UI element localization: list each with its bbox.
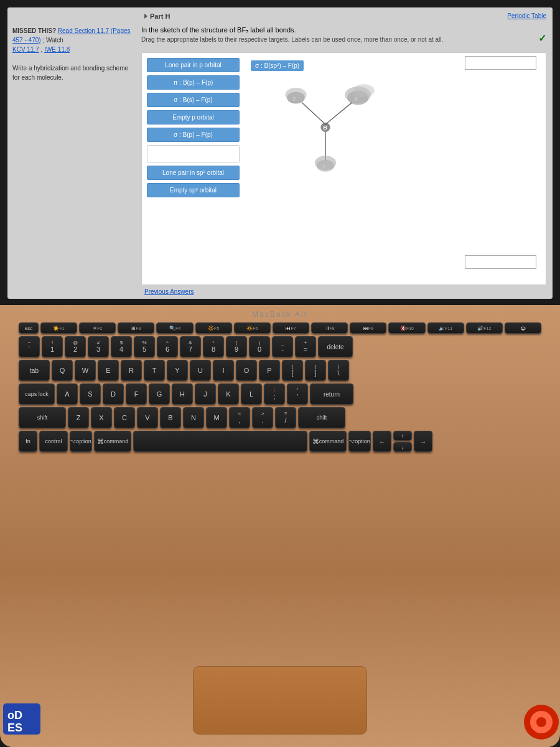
z-key[interactable]: Z <box>68 407 89 428</box>
tab-key[interactable]: tab <box>19 360 50 381</box>
label-empty-slot <box>147 145 240 162</box>
down-arrow-key[interactable]: ↓ <box>393 442 412 452</box>
drag-drop-area: Lone pair in p orbital π : B(p) – F(p) σ… <box>141 52 546 285</box>
b-key[interactable]: B <box>160 407 181 428</box>
up-arrow-key[interactable]: ↑ <box>393 431 412 441</box>
right-arrow-key[interactable]: → <box>414 431 432 452</box>
left-command-key[interactable]: ⌘command <box>94 431 131 452</box>
part-h-label: Part H <box>150 12 170 20</box>
f1-key[interactable]: ☀️F1 <box>40 322 77 334</box>
f7-key[interactable]: ⏮F7 <box>273 322 309 334</box>
right-command-key[interactable]: ⌘command <box>309 431 347 452</box>
minus-key[interactable]: _- <box>272 336 293 357</box>
f5-key[interactable]: 🔆F5 <box>195 322 232 334</box>
f10-key[interactable]: 🔇F10 <box>388 322 425 334</box>
k-key[interactable]: K <box>218 383 239 405</box>
n-key[interactable]: N <box>183 407 204 428</box>
1-key[interactable]: !1 <box>42 336 63 357</box>
f11-key[interactable]: 🔉F11 <box>427 322 464 334</box>
x-key[interactable]: X <box>91 407 112 428</box>
period-key[interactable]: >. <box>252 407 273 428</box>
label-sigma-bs-fp[interactable]: σ : B(s) – F(p) <box>147 93 240 107</box>
f-key[interactable]: F <box>126 383 147 405</box>
f6-key[interactable]: 🔆F6 <box>234 322 271 334</box>
4-key[interactable]: $4 <box>111 336 132 357</box>
left-arrow-key[interactable]: ← <box>373 431 391 452</box>
f8-key[interactable]: ⏸F8 <box>311 322 348 334</box>
part-h-triangle <box>144 14 147 19</box>
3-key[interactable]: #3 <box>88 336 109 357</box>
u-key[interactable]: U <box>190 360 211 381</box>
comma-key[interactable]: <, <box>229 407 250 428</box>
f4-key[interactable]: 🔍F4 <box>156 322 193 334</box>
backslash-key[interactable]: |\ <box>328 360 349 381</box>
h-key[interactable]: H <box>172 383 193 405</box>
j-key[interactable]: J <box>195 383 216 405</box>
slash-key[interactable]: ?/ <box>275 407 296 428</box>
6-key[interactable]: ^6 <box>157 336 178 357</box>
m-key[interactable]: M <box>206 407 227 428</box>
v-key[interactable]: V <box>137 407 158 428</box>
label-sigma-bp-fp[interactable]: σ : B(p) – F(p) <box>147 128 240 142</box>
a-key[interactable]: A <box>57 383 78 405</box>
space-key[interactable] <box>133 431 307 452</box>
o-key[interactable]: O <box>236 360 257 381</box>
8-key[interactable]: *8 <box>203 336 224 357</box>
caps-lock-key[interactable]: caps lock <box>19 383 55 405</box>
d-key[interactable]: D <box>103 383 124 405</box>
up-down-arrows: ↑ ↓ <box>393 431 412 452</box>
delete-key[interactable]: delete <box>318 336 353 357</box>
left-option-key[interactable]: ⌥option <box>70 431 92 452</box>
left-shift-key[interactable]: shift <box>19 407 66 428</box>
return-key[interactable]: return <box>310 383 353 405</box>
2-key[interactable]: @2 <box>65 336 86 357</box>
bracket-open-key[interactable]: {[ <box>282 360 303 381</box>
periodic-table-link[interactable]: Periodic Table <box>507 12 546 19</box>
l-key[interactable]: L <box>241 383 262 405</box>
y-key[interactable]: Y <box>167 360 188 381</box>
s-key[interactable]: S <box>80 383 101 405</box>
f2-key[interactable]: ☀F2 <box>79 322 116 334</box>
label-lone-pair-sp2[interactable]: Lone pair in sp² orbital <box>147 166 240 180</box>
equals-key[interactable]: += <box>295 336 316 357</box>
read-section[interactable]: Read Section 11.7 <box>58 27 109 34</box>
i-key[interactable]: I <box>213 360 234 381</box>
f9-key[interactable]: ⏭F9 <box>350 322 386 334</box>
p-key[interactable]: P <box>259 360 280 381</box>
label-lone-pair-p[interactable]: Lone pair in p orbital <box>147 58 240 72</box>
backtick-key[interactable]: ~` <box>19 336 40 357</box>
9-key[interactable]: (9 <box>226 336 247 357</box>
control-key[interactable]: control <box>39 431 68 452</box>
float-sigma-label[interactable]: σ : B(sp²) – F(p) <box>251 60 304 71</box>
f12-key[interactable]: 🔊F12 <box>466 322 503 334</box>
esc-key[interactable]: esc <box>19 322 39 334</box>
kcv-link[interactable]: KCV 11.7 <box>12 46 39 53</box>
f3-key[interactable]: ⊞F3 <box>118 322 154 334</box>
c-key[interactable]: C <box>114 407 135 428</box>
w-key[interactable]: W <box>75 360 96 381</box>
r-key[interactable]: R <box>121 360 142 381</box>
label-empty-sp2[interactable]: Empty sp² orbital <box>147 183 240 197</box>
semicolon-key[interactable]: :; <box>264 383 285 405</box>
bracket-close-key[interactable]: }] <box>305 360 326 381</box>
0-key[interactable]: )0 <box>249 336 270 357</box>
t-key[interactable]: T <box>144 360 165 381</box>
quote-key[interactable]: "' <box>287 383 308 405</box>
e-key[interactable]: E <box>98 360 119 381</box>
7-key[interactable]: &7 <box>180 336 201 357</box>
q-key[interactable]: Q <box>52 360 73 381</box>
iwe-link[interactable]: IWE 11.8 <box>44 46 70 53</box>
right-shift-key[interactable]: shift <box>298 407 345 428</box>
fn-key[interactable]: fn <box>19 431 37 452</box>
5-key[interactable]: %5 <box>134 336 155 357</box>
g-key[interactable]: G <box>149 383 170 405</box>
right-option-key[interactable]: ⌥option <box>348 431 371 452</box>
laptop-body: MacBook Air esc ☀️F1 ☀F2 ⊞F3 🔍F4 🔆F5 🔆F6… <box>0 305 560 747</box>
trackpad[interactable] <box>193 666 367 735</box>
power-key[interactable]: ⏻ <box>505 322 541 334</box>
previous-answers[interactable]: Previous Answers <box>144 288 194 295</box>
drop-box-top[interactable] <box>465 56 536 70</box>
label-empty-p[interactable]: Empty p orbital <box>147 110 240 125</box>
drop-box-bottom[interactable] <box>465 255 536 269</box>
label-pi-bp-fp[interactable]: π : B(p) – F(p) <box>147 75 240 90</box>
